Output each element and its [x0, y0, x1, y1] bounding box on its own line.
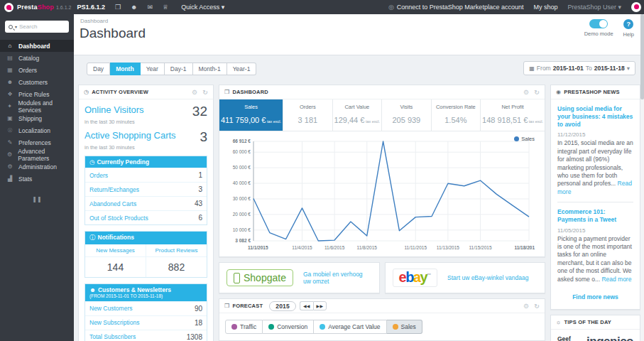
sidebar-item-catalog[interactable]: ▤Catalog [0, 52, 74, 64]
sidebar-item-localization[interactable]: ☉Localization [0, 124, 74, 136]
date-caret-icon: ▾ [627, 65, 630, 72]
activity-row-label[interactable]: New Customers [89, 305, 132, 312]
ebay-promo-link[interactable]: Start uw eBay-winkel vandaag [447, 274, 528, 281]
ebay-letter: e [399, 269, 406, 285]
search-scope-caret-icon[interactable]: ▾ [15, 24, 17, 29]
refresh-icon[interactable]: ↻ [534, 303, 540, 310]
forecast-tab-sales[interactable]: Sales [387, 320, 422, 334]
marketplace-link[interactable]: ◎Connect to PrestaShop Marketplace accou… [388, 4, 523, 11]
sidebar-item-stats[interactable]: ▟Stats [0, 173, 74, 185]
quick-access-dropdown[interactable]: Quick Access ▾ [181, 4, 224, 11]
sidebar-collapse-icon[interactable]: ❚❚ [0, 196, 74, 202]
previous-year-button[interactable]: ◀◀ [300, 301, 313, 310]
sidebar-item-advanced-parameters[interactable]: ⚙Advanced Parameters [0, 148, 74, 161]
refresh-icon[interactable]: ↻ [534, 89, 540, 96]
activity-row-label[interactable]: Out of Stock Products [89, 215, 148, 222]
forecast-panel-actions: ⚙ ↻ [523, 303, 540, 310]
sidebar-item-administration[interactable]: ⚙Administration [0, 161, 74, 173]
forecast-nav: ◀◀ ▶▶ [300, 301, 327, 310]
activity-stat: Active Shopping Carts3 [84, 130, 207, 144]
shopgate-promo-card[interactable]: Shopgate Ga mobiel en verhoog uw omzet [219, 262, 380, 293]
forecast-tab-average-cart-value[interactable]: Average Cart Value [314, 320, 386, 334]
kpi-conversion-rate[interactable]: Conversion Rate1.54% [432, 99, 481, 131]
sidebar-item-label: Shipping [18, 115, 42, 122]
mail-icon[interactable]: ✉ [148, 4, 153, 11]
activity-stat-label[interactable]: Active Shopping Carts [84, 130, 176, 141]
forecast-tab-label: Conversion [277, 323, 307, 330]
activity-row-label[interactable]: Abandoned Carts [89, 200, 136, 207]
range-button-year-1[interactable]: Year-1 [227, 63, 257, 75]
cart-icon[interactable]: ❒ [115, 4, 121, 11]
sidebar-item-dashboard[interactable]: ⌂Dashboard [0, 40, 74, 52]
sidebar-item-label: Localization [18, 127, 50, 134]
svg-text:66 912 €: 66 912 € [233, 139, 251, 144]
kpi-orders[interactable]: Orders3 181 [283, 99, 332, 131]
activity-row-label[interactable]: New Subscriptions [89, 319, 139, 326]
kpi-sales[interactable]: Sales411 759,00 € tax excl. [219, 99, 283, 131]
search-input[interactable]: Search [19, 23, 37, 30]
next-year-button[interactable]: ▶▶ [313, 301, 327, 310]
range-button-month-1[interactable]: Month-1 [193, 63, 227, 75]
gear-icon[interactable]: ⚙ [523, 303, 529, 310]
date-range-picker[interactable]: ▦ From 2015-11-01 To 2015-11-18 ▾ [523, 61, 635, 75]
dashboard-panel-title: DASHBOARD [232, 89, 268, 95]
read-more-link[interactable]: Read more [557, 180, 632, 195]
svg-text:11/4/2015: 11/4/2015 [292, 245, 312, 250]
forecast-panel-title: FORECAST [232, 303, 263, 309]
user-avatar[interactable] [631, 2, 641, 12]
range-button-month[interactable]: Month [110, 63, 141, 75]
sidebar-item-modules-and-services[interactable]: ✦Modules and Services [0, 100, 74, 112]
news-article-title[interactable]: Using social media for your business: 4 … [557, 105, 633, 129]
user-menu[interactable]: PrestaShop User ▾ [567, 4, 621, 11]
my-shop-link[interactable]: My shop [533, 4, 557, 11]
activity-stat-label[interactable]: Online Visitors [84, 104, 144, 115]
user-icon: ☻ [89, 286, 96, 293]
demo-mode-toggle[interactable] [589, 19, 608, 28]
breadcrumb[interactable]: Dashboard [74, 14, 644, 26]
forecast-header-extra: 2015 ◀◀ ▶▶ [269, 301, 327, 311]
activity-row-value: 6 [198, 214, 202, 222]
shopgate-promo-link[interactable]: Ga mobiel en verhoog uw omzet [303, 271, 372, 285]
activity-column-label[interactable]: Product Reviews [146, 247, 207, 257]
activity-row-label[interactable]: Orders [89, 172, 108, 179]
news-article-excerpt: Picking a payment provider is one of the… [557, 235, 633, 284]
window-scrollbar[interactable] [640, 14, 644, 341]
kpi-cart-value[interactable]: Cart Value129,44 € tax excl. [333, 99, 383, 131]
activity-row-label[interactable]: Return/Exchanges [89, 186, 139, 193]
activity-column-label[interactable]: New Messages [85, 247, 146, 257]
read-more-link[interactable]: Read more [601, 276, 631, 283]
scrollbar-thumb[interactable] [640, 14, 644, 99]
sidebar-item-label: Administration [18, 163, 57, 170]
activity-column-value: 144 [85, 261, 146, 273]
kpi-value: 129,44 € tax excl. [334, 116, 381, 124]
gear-icon[interactable]: ⚙ [192, 89, 197, 96]
activity-panel-actions: ⚙ ↻ [192, 89, 208, 96]
employees-icon[interactable]: ☻ [131, 4, 137, 11]
gear-icon[interactable]: ⚙ [523, 89, 529, 96]
range-button-year[interactable]: Year [141, 63, 165, 75]
sidebar-item-price-rules[interactable]: ❖Price Rules [0, 88, 74, 100]
forecast-tab-conversion[interactable]: Conversion [263, 320, 314, 334]
forecast-tabs: TrafficConversionAverage Cart ValueSales [225, 320, 539, 334]
sidebar-item-customers[interactable]: ☻Customers [0, 76, 74, 88]
sidebar-item-shipping[interactable]: ▣Shipping [0, 112, 74, 124]
sidebar-item-preferences[interactable]: ✎Preferences [0, 136, 74, 148]
activity-section-header: ☻Customers & Newsletters(FROM 2015-11-01… [85, 284, 207, 301]
activity-row: Abandoned Carts43 [85, 196, 207, 210]
refresh-icon[interactable]: ↻ [202, 89, 208, 96]
sidebar-item-orders[interactable]: ▦Orders [0, 64, 74, 76]
kpi-net-profit[interactable]: Net Profit148 918,51 € tax excl. [481, 99, 545, 131]
help-icon[interactable]: ? [623, 19, 633, 29]
ebay-promo-card[interactable]: ebay™ Start uw eBay-winkel vandaag [385, 262, 546, 293]
trophy-icon[interactable]: ♕ [163, 4, 168, 11]
sidebar-item-label: Catalog [18, 55, 39, 62]
activity-stat-sub: in the last 30 minutes [84, 119, 207, 125]
range-button-day[interactable]: Day [87, 63, 110, 75]
activity-row-label[interactable]: Total Subscribers [89, 333, 136, 340]
sidebar-search[interactable]: ▾ Search [5, 21, 69, 33]
range-button-day-1[interactable]: Day-1 [165, 63, 193, 75]
forecast-tab-traffic[interactable]: Traffic [225, 320, 263, 334]
news-article-title[interactable]: Ecommerce 101: Payments in a Tweet [557, 208, 633, 224]
find-more-news-link[interactable]: Find more news [572, 293, 618, 301]
kpi-visits[interactable]: Visits205 939 [382, 99, 431, 131]
